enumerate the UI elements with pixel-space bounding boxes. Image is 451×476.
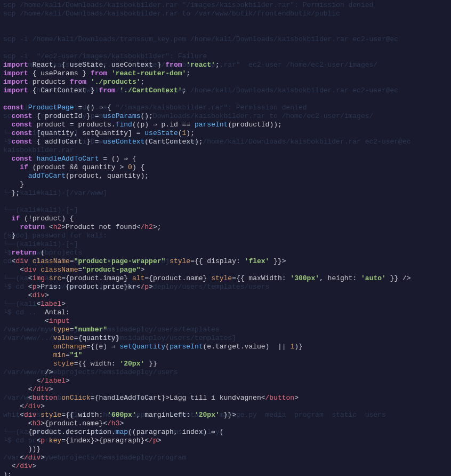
- line-23: return (: [3, 249, 45, 257]
- line-12: const handleAddToCart = () ⇒ {: [3, 155, 136, 163]
- line-27: <p>Pris: {product.price}kr</p>: [3, 283, 153, 291]
- line-47: </div>: [3, 454, 45, 462]
- line-42: <div style={{ width: '600px', marginLeft…: [3, 411, 236, 419]
- line-21: }: [3, 232, 15, 240]
- line-40: <button onClick={handleAddToCart}>Lägg t…: [3, 394, 299, 402]
- line-44: {product.description.map((paragraph, ind…: [3, 428, 224, 436]
- line-13: if (product && quantity > 0) {: [3, 163, 144, 171]
- line-24: <div className="product-page-wrapper" st…: [3, 257, 286, 265]
- line-28: <div>: [3, 291, 49, 299]
- line-29: <label>: [3, 300, 66, 308]
- line-32: type="number": [3, 326, 107, 334]
- line-6: const ProductPage = () ⇒ {: [3, 104, 111, 112]
- line-41: </div>: [3, 402, 45, 410]
- line-19: if (!product) {: [3, 215, 74, 223]
- line-34: onChange={(e) ⇒ setQuantity(parseInt(e.t…: [3, 343, 303, 351]
- line-49: );: [3, 471, 12, 476]
- line-46: ))}: [3, 445, 41, 453]
- line-1: import React, { useState, useContext } f…: [3, 61, 220, 69]
- line-8: const product = products.find((p) ⇒ p.id…: [3, 121, 282, 129]
- line-2: import { useParams } from 'react-router-…: [3, 69, 190, 77]
- line-7: const { productId } = useParams();: [3, 112, 153, 120]
- line-4: import { CartContext } from './CartConte…: [3, 86, 186, 94]
- line-45: <p key={index}>{paragraph}</p>: [3, 437, 162, 445]
- line-30: Antal:: [3, 308, 70, 316]
- line-26: <img src={product.image} alt={product.na…: [3, 274, 411, 282]
- line-36: style={{ width: '20px' }}: [3, 360, 157, 368]
- line-48: </div>: [3, 462, 36, 470]
- line-3: import products from './products';: [3, 78, 144, 86]
- line-20: return <h2>Product not found</h2>;: [3, 223, 162, 231]
- line-9: const [quantity, setQuantity] = useState…: [3, 129, 195, 137]
- line-37: />: [3, 368, 53, 376]
- line-15: }: [3, 180, 24, 188]
- line-39: </div>: [3, 385, 53, 393]
- line-31: <input: [3, 317, 70, 325]
- line-38: </label>: [3, 377, 70, 385]
- code-editor-content: import React, { useState, useContext } f…: [3, 52, 448, 476]
- line-33: value={quantity}: [3, 334, 119, 342]
- line-35: min="1": [3, 351, 82, 359]
- line-16: };: [3, 189, 20, 197]
- line-25: <div className="product-page">: [3, 266, 144, 274]
- line-43: <h3>{product.name}</h3>: [3, 419, 124, 427]
- line-10: const { addToCart } = useContext(CartCon…: [3, 138, 203, 146]
- line-14: addToCart(product, quantity);: [3, 172, 149, 180]
